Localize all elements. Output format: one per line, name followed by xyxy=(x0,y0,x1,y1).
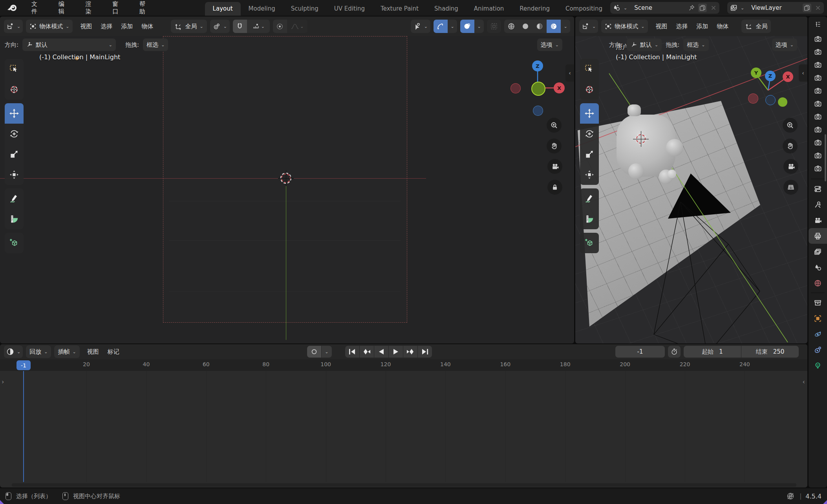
gizmo-x-axis[interactable]: X xyxy=(554,82,565,93)
gizmo-y-axis-front[interactable] xyxy=(531,82,545,96)
gizmo-z-axis[interactable]: Z xyxy=(765,71,776,81)
jump-prev-keyframe-button[interactable] xyxy=(360,346,374,358)
scene-name[interactable]: Scene xyxy=(630,4,684,11)
tab-render-icon[interactable] xyxy=(809,212,827,228)
editor-type-3d-viewport-icon[interactable]: ⌄ xyxy=(579,20,598,33)
overlays-dropdown[interactable]: ⌄ xyxy=(474,20,484,33)
viewport-menu-物体[interactable]: 物体 xyxy=(137,23,157,30)
gizmo-y-axis[interactable]: Y xyxy=(751,68,761,78)
sidebar-collapse-arrow[interactable]: ‹ xyxy=(565,64,574,82)
shading-wireframe-button[interactable] xyxy=(504,20,518,33)
measure-tool[interactable] xyxy=(5,209,24,229)
proportional-edit-toggle[interactable] xyxy=(273,20,287,33)
show-object-types-selector[interactable]: ⌄ xyxy=(411,20,430,33)
timeline-editor-type-icon[interactable]: ⌄ xyxy=(4,345,23,358)
annotate-tool[interactable] xyxy=(580,188,599,209)
outliner-item-camera[interactable] xyxy=(809,58,827,71)
timeline-ruler[interactable]: -1 20406080100120140160180200220240 xyxy=(0,359,807,371)
drag-mode-dropdown[interactable]: 框选 ⌄ xyxy=(143,38,168,51)
auto-keying-dropdown[interactable]: ⌄ xyxy=(322,346,332,358)
drag-mode-dropdown[interactable]: 框选 ⌄ xyxy=(683,38,708,51)
editor-type-3d-viewport-icon[interactable]: ⌄ xyxy=(4,20,23,33)
network-offline-icon[interactable] xyxy=(786,492,795,500)
tab-physics-icon[interactable] xyxy=(809,326,827,342)
zoom-button[interactable] xyxy=(783,118,798,133)
playhead-frame-label[interactable]: -1 xyxy=(16,360,31,370)
move-tool[interactable] xyxy=(5,103,24,124)
workspace-tab-texture-paint[interactable]: Texture Paint xyxy=(373,2,426,16)
cursor-tool[interactable] xyxy=(580,79,599,100)
timeline-menu-标记[interactable]: 标记 xyxy=(103,348,124,356)
show-overlays-toggle[interactable] xyxy=(460,20,474,33)
shading-material-button[interactable] xyxy=(532,20,547,33)
measure-tool[interactable] xyxy=(580,209,599,229)
transform-tool[interactable] xyxy=(580,164,599,185)
gizmo-z-axis[interactable]: Z xyxy=(532,60,543,71)
shading-solid-button[interactable] xyxy=(518,20,532,33)
select-box-tool[interactable] xyxy=(5,59,24,79)
timeline-sidebar-arrow[interactable]: ‹ xyxy=(803,378,805,385)
viewport-menu-选择[interactable]: 选择 xyxy=(96,23,117,30)
viewport-menu-视图[interactable]: 视图 xyxy=(651,23,671,30)
workspace-tab-shading[interactable]: Shading xyxy=(426,2,466,16)
tab-output-icon[interactable] xyxy=(809,228,827,244)
scale-tool[interactable] xyxy=(5,144,24,164)
snap-toggle-magnet-icon[interactable] xyxy=(233,20,247,33)
outliner-item-camera[interactable] xyxy=(809,136,827,149)
perspective-toggle-button[interactable] xyxy=(783,180,798,195)
outliner-item-camera[interactable] xyxy=(809,32,827,45)
jump-to-start-button[interactable] xyxy=(345,346,359,358)
lock-camera-button[interactable] xyxy=(547,180,562,195)
viewport-menu-物体[interactable]: 物体 xyxy=(712,23,733,30)
orientation-dropdown[interactable]: 默认 ⌄ xyxy=(22,38,116,51)
topbar-menu-编辑[interactable]: 编辑 xyxy=(50,0,77,16)
pan-button[interactable] xyxy=(547,139,562,153)
select-box-tool[interactable] xyxy=(580,59,599,79)
topbar-menu-窗口[interactable]: 窗口 xyxy=(104,0,131,16)
topbar-menu-渲染[interactable]: 渲染 xyxy=(77,0,104,16)
jump-to-end-button[interactable] xyxy=(418,346,432,358)
tab-collection-icon[interactable] xyxy=(809,295,827,310)
viewport-menu-添加[interactable]: 添加 xyxy=(692,23,712,30)
sidebar-collapse-arrow[interactable]: ‹ xyxy=(799,64,807,82)
use-preview-range-stopwatch-button[interactable] xyxy=(668,346,681,358)
tab-scene-icon[interactable] xyxy=(809,259,827,275)
end-frame-field[interactable]: 结束250 xyxy=(741,346,799,358)
gizmo-minus-z-axis[interactable] xyxy=(765,95,776,105)
workspace-tab-uv-editing[interactable]: UV Editing xyxy=(326,2,373,16)
pivot-point-selector[interactable]: ⌄ xyxy=(210,20,230,33)
tab-constraints-icon[interactable] xyxy=(809,342,827,358)
pan-button[interactable] xyxy=(783,139,798,153)
show-gizmos-toggle[interactable] xyxy=(434,20,448,33)
outliner-item-camera[interactable] xyxy=(809,162,827,175)
add-cube-tool[interactable] xyxy=(5,233,24,253)
scale-tool[interactable] xyxy=(580,144,599,164)
mode-selector[interactable]: 物体模式 ⌄ xyxy=(26,20,73,33)
rotate-tool[interactable] xyxy=(580,124,599,144)
outliner-item-camera[interactable] xyxy=(809,84,827,97)
remove-viewlayer-icon[interactable] xyxy=(814,4,822,11)
tab-object-data-icon[interactable] xyxy=(809,358,827,373)
viewport-menu-视图[interactable]: 视图 xyxy=(76,23,96,30)
cursor-tool[interactable] xyxy=(5,79,24,100)
auto-keying-record-button[interactable] xyxy=(307,346,321,358)
playback-dropdown[interactable]: 回放⌄ xyxy=(26,345,51,358)
gizmo-x-axis[interactable]: X xyxy=(783,71,793,82)
tab-tool-icon[interactable] xyxy=(809,197,827,212)
outliner-editor-icon[interactable] xyxy=(809,16,827,32)
tab-view-layer-icon[interactable] xyxy=(809,244,827,259)
outliner-item-camera[interactable] xyxy=(809,110,827,123)
workspace-tab-animation[interactable]: Animation xyxy=(466,2,512,16)
new-viewlayer-icon[interactable] xyxy=(803,4,811,12)
move-tool[interactable] xyxy=(580,103,599,124)
tab-object-icon[interactable] xyxy=(809,310,827,326)
gizmo-minus-z-axis[interactable] xyxy=(533,106,543,116)
outliner-scrollbar[interactable] xyxy=(825,134,826,181)
pin-icon[interactable] xyxy=(688,4,695,11)
workspace-tab-layout[interactable]: Layout xyxy=(205,2,241,16)
timeline-menu-视图[interactable]: 视图 xyxy=(83,348,103,356)
scene-blob-object[interactable] xyxy=(617,115,675,177)
snap-target-selector[interactable]: ⌄ xyxy=(247,20,270,33)
channel-expand-arrow[interactable]: › xyxy=(2,378,4,385)
transform-orientation[interactable]: 全局 ⌄ xyxy=(171,20,207,33)
